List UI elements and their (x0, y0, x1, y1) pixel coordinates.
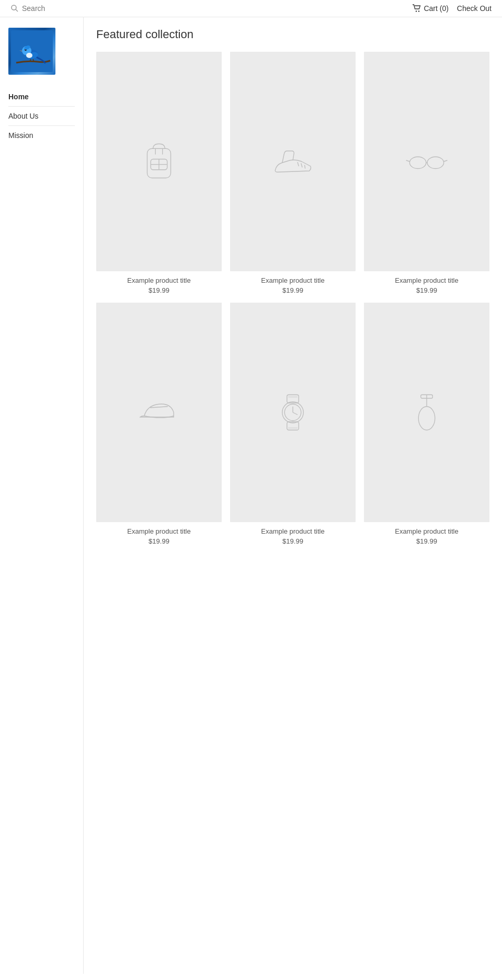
checkout-link[interactable]: Check Out (457, 4, 492, 13)
svg-point-0 (12, 5, 16, 10)
svg-point-11 (26, 53, 32, 58)
sidebar-item-home[interactable]: Home (8, 87, 75, 107)
svg-point-39 (418, 407, 435, 430)
bird-icon (11, 30, 53, 72)
product-card-2[interactable]: Example product title$19.99 (364, 52, 489, 294)
product-price-1: $19.99 (282, 286, 303, 294)
cart-link[interactable]: Cart (0) (412, 4, 448, 13)
section-title: Featured collection (96, 28, 489, 41)
page-layout: HomeAbout UsMission Featured collection … (0, 17, 502, 974)
main-content: Featured collection Example product titl… (84, 17, 502, 974)
svg-point-2 (416, 10, 417, 11)
svg-rect-35 (288, 396, 298, 398)
sidebar-item-mission[interactable]: Mission (8, 126, 75, 145)
svg-line-28 (150, 407, 168, 408)
sidebar: HomeAbout UsMission (0, 17, 84, 974)
search-icon (10, 4, 19, 13)
cart-label: Cart (0) (424, 4, 448, 13)
logo (8, 28, 55, 75)
svg-point-24 (427, 157, 444, 169)
product-card-3[interactable]: Example product title$19.99 (96, 303, 222, 545)
header: Cart (0) Check Out (0, 0, 502, 17)
header-actions: Cart (0) Check Out (412, 4, 492, 13)
product-price-5: $19.99 (416, 537, 437, 545)
svg-point-3 (418, 10, 419, 11)
product-card-5[interactable]: Example product title$19.99 (364, 303, 489, 545)
product-image-3 (96, 303, 222, 522)
product-card-4[interactable]: Example product title$19.99 (230, 303, 356, 545)
product-price-4: $19.99 (282, 537, 303, 545)
product-price-2: $19.99 (416, 286, 437, 294)
product-image-4 (230, 303, 356, 522)
svg-line-21 (301, 163, 302, 167)
product-title-4: Example product title (261, 527, 324, 535)
svg-rect-36 (288, 427, 298, 429)
product-image-2 (364, 52, 489, 271)
svg-line-20 (298, 162, 299, 166)
product-image-0 (96, 52, 222, 271)
product-image-1 (230, 52, 356, 271)
logo-wrap (8, 28, 75, 75)
product-image-5 (364, 303, 489, 522)
product-title-5: Example product title (395, 527, 458, 535)
product-card-0[interactable]: Example product title$19.99 (96, 52, 222, 294)
cart-icon (412, 4, 421, 13)
product-title-0: Example product title (127, 276, 190, 284)
search-area (10, 4, 106, 13)
svg-line-1 (16, 9, 18, 11)
svg-point-23 (409, 157, 426, 169)
product-price-3: $19.99 (149, 537, 169, 545)
sidebar-item-about-us[interactable]: About Us (8, 107, 75, 126)
product-title-1: Example product title (261, 276, 324, 284)
svg-line-22 (305, 165, 305, 169)
search-input[interactable] (22, 4, 106, 13)
svg-line-27 (444, 160, 448, 162)
product-title-3: Example product title (127, 527, 190, 535)
product-title-2: Example product title (395, 276, 458, 284)
product-card-1[interactable]: Example product title$19.99 (230, 52, 356, 294)
product-grid: Example product title$19.99Example produ… (96, 52, 489, 545)
product-price-0: $19.99 (149, 286, 169, 294)
svg-line-26 (406, 160, 410, 162)
sidebar-nav: HomeAbout UsMission (8, 87, 75, 145)
svg-line-34 (293, 412, 298, 415)
